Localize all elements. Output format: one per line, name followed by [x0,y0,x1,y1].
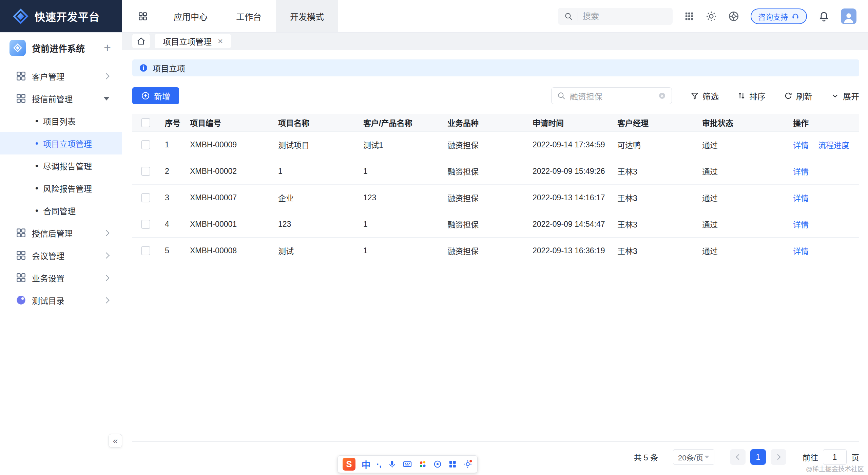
row-action-link[interactable]: 流程进度 [818,141,849,150]
skin-icon[interactable] [418,460,427,469]
tab-project-initiation[interactable]: 项目立项管理 × [155,34,231,48]
next-page-button[interactable] [771,449,786,465]
chevron-down-icon [103,97,110,101]
table-cell: 融资担保 [441,158,526,184]
toolbox-icon[interactable] [463,459,472,469]
header-checkbox-cell [132,114,159,131]
row-checkbox[interactable] [141,167,150,176]
data-table: 序号项目编号项目名称客户/产品名称业务品种申请时间客户经理审批状态操作 1XMB… [132,114,859,264]
sidebar-item[interactable]: 客户管理 [0,65,122,87]
sidebar-item[interactable]: 授信后管理 [0,222,122,244]
mic-icon[interactable] [388,460,397,469]
chevron-right-icon [103,297,109,303]
current-page-button[interactable]: 1 [750,449,766,465]
ime-punctuation[interactable]: ·, [377,459,382,469]
global-search[interactable] [558,8,673,25]
sidebar-item[interactable]: 授信前管理 [0,87,122,110]
expand-button[interactable]: 展开 [831,90,859,102]
row-checkbox[interactable] [141,140,150,149]
tab-home[interactable] [132,34,150,48]
sidebar-item-label: 测试目录 [32,294,99,306]
row-action-link[interactable]: 详情 [793,220,809,229]
prev-page-button[interactable] [730,449,746,465]
app-logo: 快速开发平台 [0,0,122,32]
system-icon [9,40,26,56]
row-checkbox[interactable] [141,193,150,202]
table-search[interactable] [551,87,672,104]
table-cell: 王林3 [611,184,696,211]
page-content: 项目立项 新增 [122,59,868,475]
table-cell: 2022-09-09 15:49:26 [526,158,611,184]
disc-icon[interactable] [433,460,442,469]
keyboard-icon[interactable] [403,459,412,469]
settings-gear-icon[interactable] [728,11,739,22]
clear-icon[interactable] [658,92,666,100]
grid-icon [16,272,26,283]
sidebar-subitem[interactable]: •项目立项管理 [0,132,122,154]
sidebar: 贷前进件系统 + 客户管理授信前管理•项目列表•项目立项管理•尽调报告管理•风险… [0,32,122,475]
row-action-link[interactable]: 详情 [793,167,809,176]
column-header: 客户/产品名称 [357,114,441,131]
pagination-bar: 共 5 条 20条/页 1 前往 页 [132,441,859,465]
watermark: @稀土掘金技术社区 [806,464,864,473]
avatar[interactable] [841,8,856,24]
row-checkbox[interactable] [141,220,150,229]
sidebar-item[interactable]: 业务设置 [0,267,122,289]
page-size-value: 20条/页 [678,452,703,462]
chevron-right-icon [103,252,109,258]
chevron-left-icon [736,454,741,460]
row-checkbox[interactable] [141,246,150,255]
top-nav: 应用中心 工作台 开发模式 [159,0,338,32]
sidebar-subitem[interactable]: •尽调报告管理 [0,154,122,177]
nav-dev-mode[interactable]: 开发模式 [276,0,338,32]
table-cell: 4 [159,211,184,237]
apps-icon[interactable] [448,460,457,469]
row-action-link[interactable]: 详情 [793,194,809,203]
app-title: 快速开发平台 [35,8,100,24]
add-system-button[interactable]: + [104,42,111,54]
filter-button[interactable]: 筛选 [690,90,719,102]
ime-mode-chinese[interactable]: 中 [362,458,370,471]
refresh-button[interactable]: 刷新 [784,90,812,102]
goto-page-input[interactable] [823,449,847,465]
row-action-link[interactable]: 详情 [793,141,809,150]
sidebar-item[interactable]: 测试目录 [0,289,122,311]
support-button[interactable]: 咨询支持 [751,8,807,24]
sidebar-subitem-label: 项目立项管理 [43,138,92,149]
sidebar-menu: 客户管理授信前管理•项目列表•项目立项管理•尽调报告管理•风险报告管理•合同管理… [0,65,122,311]
table-cell: 融资担保 [441,131,526,158]
bell-icon[interactable] [818,11,829,22]
actions-cell: 详情 [787,211,859,237]
nav-workbench[interactable]: 工作台 [222,0,276,32]
filter-label: 筛选 [702,90,719,102]
support-label: 咨询支持 [758,11,788,22]
table-cell: 2022-09-13 14:16:17 [526,184,611,211]
sidebar-subitem[interactable]: •风险报告管理 [0,177,122,199]
add-button[interactable]: 新增 [132,87,179,104]
sidebar-subitem[interactable]: •项目列表 [0,110,122,132]
banner-text: 项目立项 [153,62,185,74]
grid-menu-icon[interactable] [684,11,694,21]
sidebar-item-label: 授信前管理 [32,93,98,105]
sogou-logo-icon[interactable]: S [343,458,355,471]
sort-button[interactable]: 排序 [737,90,766,102]
refresh-icon [784,91,793,100]
close-icon[interactable]: × [218,37,223,45]
headset-icon [791,12,799,20]
grid-icon [16,71,26,81]
topbar-actions: 咨询支持 [558,0,868,32]
gear-icon[interactable] [706,11,717,22]
apps-grid-icon[interactable] [122,0,159,32]
select-all-checkbox[interactable] [141,118,150,127]
page-size-select[interactable]: 20条/页 [673,449,714,465]
table-cell: 2022-09-14 17:34:59 [526,131,611,158]
chevron-right-icon [103,275,109,281]
sidebar-collapse-button[interactable]: « [109,434,122,447]
table-search-input[interactable] [570,91,654,101]
global-search-input[interactable] [583,12,651,21]
nav-app-center[interactable]: 应用中心 [159,0,222,32]
sidebar-subitem[interactable]: •合同管理 [0,199,122,222]
total-count: 共 5 条 [634,451,658,463]
row-action-link[interactable]: 详情 [793,247,809,256]
sidebar-item[interactable]: 会议管理 [0,244,122,267]
